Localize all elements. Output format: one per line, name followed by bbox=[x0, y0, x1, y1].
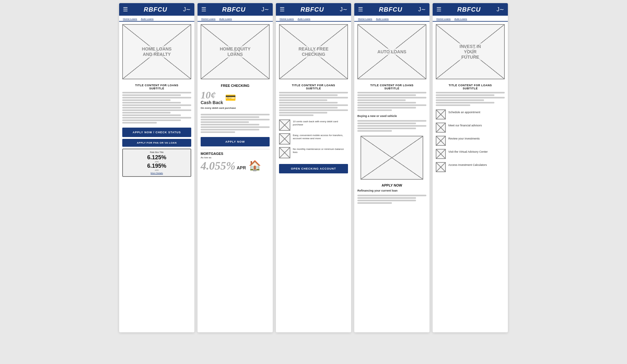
text-line bbox=[122, 94, 181, 96]
menu-icon-1[interactable]: ☰ bbox=[123, 6, 128, 13]
logo-3: RBFCU bbox=[301, 6, 324, 13]
text-line bbox=[279, 97, 348, 98]
invest-item-4[interactable]: Visit the Virtual Advisory Center bbox=[436, 149, 505, 159]
rate-box-title: Rate Box Title bbox=[125, 151, 189, 153]
text-line bbox=[357, 128, 416, 129]
divider-2 bbox=[201, 149, 270, 149]
nav-tab-home-loans-2[interactable]: Home Loans bbox=[200, 17, 217, 21]
logo-5: RBFCU bbox=[457, 6, 481, 13]
feature-icon-2 bbox=[279, 133, 290, 145]
hero-text-1: HOME LOANS AND REALTY bbox=[140, 46, 174, 58]
invest-item-3[interactable]: Review your investments bbox=[436, 136, 505, 146]
house-icon: 🏠 bbox=[249, 160, 261, 171]
text-line bbox=[122, 122, 157, 124]
feature-text-3: No monthly maintenance or minimum balanc… bbox=[293, 147, 348, 154]
text-line bbox=[357, 109, 392, 111]
text-line bbox=[436, 102, 494, 103]
menu-icon-2[interactable]: ☰ bbox=[201, 6, 206, 13]
menu-icon-3[interactable]: ☰ bbox=[280, 6, 285, 13]
nav-tab-home-loans-4[interactable]: Home Loans bbox=[357, 17, 373, 21]
text-line bbox=[279, 112, 327, 113]
phone-home-equity: ☰ RBFCU J∼ Home Loans Auto Loans HOME EQ… bbox=[198, 3, 273, 332]
mortgage-rate-num: 4.055% bbox=[201, 160, 235, 171]
nav-tabs-4: Home Loans Auto Loans bbox=[354, 17, 429, 22]
promo-title: FREE CHECKING bbox=[201, 84, 270, 87]
feature-text-1: 10 cents cash back with every debit card… bbox=[293, 119, 348, 127]
text-line bbox=[279, 104, 348, 106]
section-title-5: TITLE CONTENT FOR LOANSSUBTITLE bbox=[433, 82, 508, 91]
auto-body-text bbox=[354, 119, 429, 134]
invest-item-2[interactable]: Meet our financial advisors bbox=[436, 123, 505, 133]
rate-value-2: 6.195% bbox=[125, 163, 189, 169]
nav-tab-auto-loans-2[interactable]: Auto Loans bbox=[218, 17, 233, 21]
user-icon-3[interactable]: J∼ bbox=[340, 6, 347, 13]
text-line bbox=[122, 102, 181, 103]
body-text-3 bbox=[276, 91, 351, 118]
menu-icon-5[interactable]: ☰ bbox=[436, 6, 441, 13]
text-line bbox=[357, 104, 426, 106]
feature-item-2: Easy, convenient mobile access for trans… bbox=[279, 133, 348, 145]
feature-item-1: 10 cents cash back with every debit card… bbox=[279, 119, 348, 131]
refi-body-text bbox=[354, 193, 429, 206]
text-line bbox=[279, 99, 327, 101]
apply-now-button-2[interactable]: APPLY NOW bbox=[201, 137, 270, 146]
open-checking-button[interactable]: OPEN CHECKING ACCOUNT bbox=[279, 164, 348, 173]
phones-container: ☰ RBFCU J∼ Home Loans Auto Loans HOME LO… bbox=[119, 3, 508, 332]
promo-section: FREE CHECKING 10¢ Cash Back 💳 On every d… bbox=[198, 82, 273, 113]
user-icon-2[interactable]: J∼ bbox=[261, 6, 269, 13]
nav-tab-home-loans-5[interactable]: Home Loans bbox=[435, 17, 452, 21]
menu-icon-4[interactable]: ☰ bbox=[358, 6, 363, 13]
logo-2: RBFCU bbox=[222, 6, 246, 13]
invest-item-1[interactable]: Schedule an appointment bbox=[436, 109, 505, 119]
text-line bbox=[201, 121, 249, 123]
text-line bbox=[357, 120, 426, 122]
apply-fha-va-button[interactable]: APPLY FOR FHA OR VA LOAN bbox=[122, 139, 191, 147]
text-line bbox=[122, 112, 171, 113]
hero-image-5: INVEST IN YOUR FUTURE bbox=[436, 24, 505, 79]
rate-box-1: Rate Box Title 6.125% APR 6.195% APR Mor… bbox=[122, 149, 191, 177]
text-line bbox=[279, 107, 338, 108]
user-icon-5[interactable]: J∼ bbox=[497, 6, 504, 13]
user-icon-4[interactable]: J∼ bbox=[418, 6, 426, 13]
feature-list: 10 cents cash back with every debit card… bbox=[276, 118, 351, 162]
nav-tab-auto-loans-5[interactable]: Auto Loans bbox=[453, 17, 468, 21]
nav-tabs-2: Home Loans Auto Loans bbox=[198, 17, 273, 22]
text-line bbox=[279, 109, 348, 111]
text-line bbox=[201, 131, 235, 133]
auto-subtitle-refi: Refinancing your current loan bbox=[354, 188, 429, 193]
nav-tabs-3: Home Loans Auto Loans bbox=[276, 17, 351, 22]
more-details-link[interactable]: More Details bbox=[125, 172, 189, 174]
nav-tab-auto-loans-1[interactable]: Auto Loans bbox=[140, 17, 155, 21]
text-line bbox=[201, 114, 270, 115]
text-line bbox=[279, 114, 314, 116]
logo-1: RBFCU bbox=[144, 6, 167, 13]
text-line bbox=[357, 130, 392, 132]
invest-item-5[interactable]: Access Investment Calculators bbox=[436, 162, 505, 172]
text-line bbox=[357, 102, 416, 103]
mortgages-subtitle: As low as bbox=[201, 156, 270, 159]
text-line bbox=[122, 119, 181, 121]
text-line bbox=[122, 109, 191, 111]
apply-now-auto: APPLY NOW bbox=[354, 182, 429, 188]
text-line bbox=[436, 104, 470, 106]
text-line bbox=[122, 104, 191, 106]
body-text-1 bbox=[119, 91, 194, 126]
invest-icon-2 bbox=[436, 123, 446, 133]
hero-text-5: INVEST IN YOUR FUTURE bbox=[453, 43, 487, 60]
text-line bbox=[357, 99, 406, 101]
invest-icon-1 bbox=[436, 109, 446, 119]
apply-now-check-status-button[interactable]: APPLY NOW / CHECK STATUS bbox=[122, 128, 191, 137]
invest-text-4: Visit the Virtual Advisory Center bbox=[448, 149, 488, 154]
text-line bbox=[122, 97, 191, 98]
mortgage-rate: 4.055% APR 🏠 bbox=[201, 160, 270, 171]
promo-cashback: 10¢ Cash Back 💳 bbox=[201, 89, 270, 107]
nav-tab-home-loans-3[interactable]: Home Loans bbox=[278, 17, 295, 21]
header-4: ☰ RBFCU J∼ bbox=[354, 3, 429, 16]
nav-tab-home-loans-1[interactable]: Home Loans bbox=[122, 17, 138, 21]
user-icon-1[interactable]: J∼ bbox=[183, 6, 191, 13]
nav-tab-auto-loans-3[interactable]: Auto Loans bbox=[296, 17, 311, 21]
feature-text-2: Easy, convenient mobile access for trans… bbox=[293, 133, 348, 140]
phone-auto-loans: ☰ RBFCU J∼ Home Loans Auto Loans AUTO LO… bbox=[354, 3, 429, 332]
nav-tab-auto-loans-4[interactable]: Auto Loans bbox=[375, 17, 390, 21]
text-line bbox=[357, 94, 416, 96]
